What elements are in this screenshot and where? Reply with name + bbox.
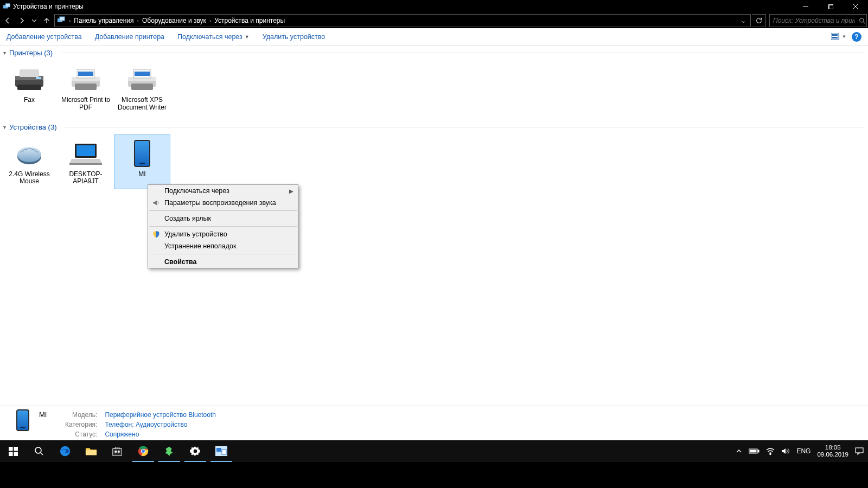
tray-clock[interactable]: 18:05 09.06.2019 bbox=[817, 444, 848, 458]
taskbar-settings[interactable] bbox=[182, 440, 208, 462]
taskbar-explorer[interactable] bbox=[78, 440, 104, 462]
ctx-separator bbox=[149, 226, 297, 227]
svg-rect-35 bbox=[9, 447, 13, 451]
svg-rect-54 bbox=[750, 450, 756, 452]
tray-language[interactable]: ENG bbox=[796, 447, 810, 455]
help-button[interactable]: ? bbox=[852, 32, 861, 42]
taskbar-devices[interactable] bbox=[208, 440, 234, 462]
chevron-right-icon: ▶ bbox=[289, 188, 293, 194]
chevron-down-icon: ▾ bbox=[3, 50, 6, 56]
breadcrumb[interactable]: Оборудование и звук bbox=[142, 17, 206, 24]
up-button[interactable] bbox=[40, 14, 53, 27]
add-printer-button[interactable]: Добавление принтера bbox=[95, 33, 164, 41]
device-item-print-pdf[interactable]: Microsoft Print to PDF bbox=[58, 60, 114, 115]
breadcrumb[interactable]: Устройства и принтеры bbox=[214, 17, 285, 24]
svg-rect-53 bbox=[758, 450, 759, 452]
back-button[interactable] bbox=[1, 14, 14, 27]
connect-via-label: Подключаться через bbox=[177, 33, 242, 41]
address-dropdown[interactable]: ⌄ bbox=[738, 17, 748, 24]
view-options-button[interactable]: ▼ bbox=[831, 33, 846, 41]
device-label: Microsoft Print to PDF bbox=[60, 97, 112, 112]
ctx-create-shortcut[interactable]: Создать ярлык bbox=[148, 213, 298, 224]
address-icon bbox=[57, 16, 66, 25]
chevron-down-icon: ▼ bbox=[245, 34, 250, 40]
device-item-fax[interactable]: Fax bbox=[1, 60, 58, 115]
svg-rect-34 bbox=[69, 163, 102, 165]
ctx-connect-via[interactable]: Подключаться через ▶ bbox=[148, 185, 298, 197]
devices-grid: 2.4G Wireless Mouse DESKTOP-APIA9JT bbox=[0, 132, 868, 194]
close-button[interactable] bbox=[843, 0, 868, 13]
maximize-button[interactable] bbox=[818, 0, 843, 13]
svg-rect-44 bbox=[114, 451, 117, 453]
svg-point-48 bbox=[142, 450, 145, 453]
taskbar-chrome[interactable] bbox=[130, 440, 156, 462]
content-area: ▾ Принтеры (3) Fax bbox=[0, 46, 868, 406]
window-title: Устройства и принтеры bbox=[13, 3, 793, 10]
breadcrumb[interactable]: Панель управления bbox=[74, 17, 133, 24]
search-input[interactable] bbox=[770, 17, 858, 24]
chevron-down-icon: ▼ bbox=[842, 34, 846, 39]
svg-rect-37 bbox=[9, 452, 13, 456]
group-title: Устройства (3) bbox=[9, 123, 57, 131]
system-tray: ENG 18:05 09.06.2019 bbox=[731, 444, 868, 458]
recent-dropdown[interactable] bbox=[29, 14, 39, 27]
battery-icon[interactable] bbox=[749, 448, 760, 454]
group-title: Принтеры (3) bbox=[9, 49, 53, 57]
volume-icon[interactable] bbox=[781, 447, 790, 455]
svg-rect-4 bbox=[829, 5, 833, 9]
device-item-mi[interactable]: MI bbox=[114, 134, 170, 190]
device-item-desktop[interactable]: DESKTOP-APIA9JT bbox=[58, 134, 114, 190]
tray-time: 18:05 bbox=[817, 444, 848, 451]
add-device-button[interactable]: Добавление устройства bbox=[7, 33, 82, 41]
svg-line-11 bbox=[863, 22, 865, 23]
svg-rect-42 bbox=[86, 450, 97, 455]
window-body: Добавление устройства Добавление принтер… bbox=[0, 28, 868, 440]
svg-rect-9 bbox=[60, 17, 65, 21]
svg-point-39 bbox=[35, 447, 41, 453]
titlebar: Устройства и принтеры bbox=[0, 0, 868, 13]
group-header-devices[interactable]: ▾ Устройства (3) bbox=[0, 120, 868, 132]
laptop-icon bbox=[66, 138, 105, 169]
details-name: MI bbox=[39, 409, 61, 419]
action-center-icon[interactable] bbox=[855, 447, 864, 455]
svg-rect-43 bbox=[113, 448, 122, 455]
refresh-button[interactable] bbox=[752, 14, 766, 27]
wifi-icon[interactable] bbox=[766, 447, 775, 455]
address-bar[interactable]: › Панель управления › Оборудование и зву… bbox=[54, 14, 751, 27]
remove-device-button[interactable]: Удалить устройство bbox=[263, 33, 326, 41]
device-item-mouse[interactable]: 2.4G Wireless Mouse bbox=[1, 134, 58, 190]
start-button[interactable] bbox=[0, 440, 26, 462]
connect-via-button[interactable]: Подключаться через▼ bbox=[177, 33, 250, 41]
ctx-troubleshoot[interactable]: Устранение неполадок bbox=[148, 240, 298, 252]
ctx-label: Параметры воспроизведения звука bbox=[164, 199, 276, 207]
svg-rect-14 bbox=[832, 37, 838, 38]
tray-overflow-icon[interactable] bbox=[736, 448, 742, 454]
search-box[interactable] bbox=[769, 14, 867, 27]
svg-rect-12 bbox=[831, 33, 839, 40]
svg-rect-13 bbox=[832, 34, 838, 36]
ctx-sound-params[interactable]: Параметры воспроизведения звука bbox=[148, 197, 298, 209]
device-item-xps[interactable]: Microsoft XPS Document Writer bbox=[114, 60, 170, 115]
taskbar-store[interactable] bbox=[104, 440, 130, 462]
taskbar-search[interactable] bbox=[26, 440, 52, 462]
ctx-label: Устранение неполадок bbox=[164, 242, 236, 250]
svg-rect-56 bbox=[856, 448, 863, 453]
ctx-properties[interactable]: Свойства bbox=[148, 256, 298, 268]
ctx-label: Свойства bbox=[164, 258, 196, 266]
taskbar-edge[interactable] bbox=[52, 440, 78, 462]
forward-button[interactable] bbox=[15, 14, 28, 27]
svg-rect-1 bbox=[5, 4, 10, 7]
svg-rect-51 bbox=[222, 450, 226, 454]
svg-rect-19 bbox=[36, 77, 41, 79]
minimize-button[interactable] bbox=[793, 0, 818, 13]
group-header-printers[interactable]: ▾ Принтеры (3) bbox=[0, 46, 868, 58]
svg-rect-36 bbox=[14, 447, 18, 451]
chevron-right-icon: › bbox=[206, 18, 214, 24]
ctx-label: Создать ярлык bbox=[164, 215, 211, 222]
ctx-remove-device[interactable]: Удалить устройство bbox=[148, 228, 298, 240]
taskbar-app-green[interactable] bbox=[156, 440, 182, 462]
device-label: 2.4G Wireless Mouse bbox=[3, 171, 55, 186]
search-icon[interactable] bbox=[858, 17, 866, 24]
printers-grid: Fax Microsoft Print to PDF bbox=[0, 58, 868, 120]
chevron-right-icon: › bbox=[66, 18, 74, 24]
